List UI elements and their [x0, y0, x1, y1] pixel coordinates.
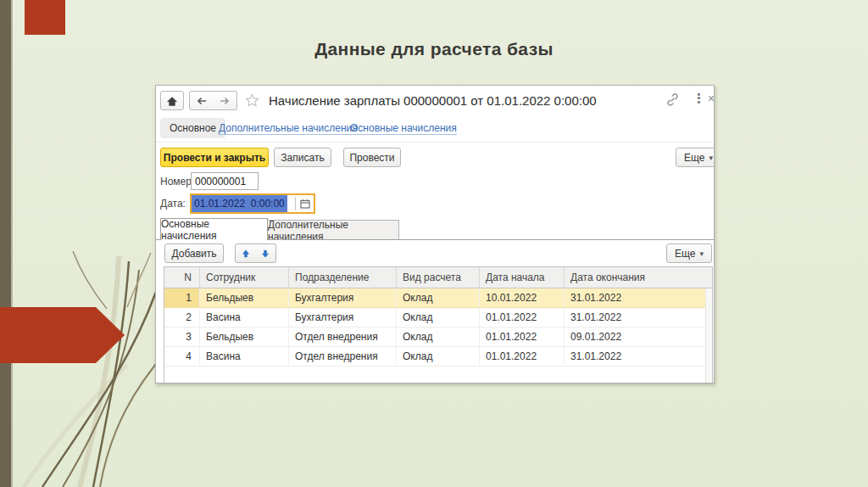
more-menu-icon[interactable]: ⋮: [693, 91, 705, 106]
home-button[interactable]: [160, 91, 184, 110]
forward-button[interactable]: [213, 91, 237, 110]
table-header: N Сотрудник Подразделение Вид расчета Да…: [164, 267, 712, 288]
home-icon: [165, 95, 179, 107]
table-cell: 3: [164, 327, 200, 346]
red-accent-rectangle: [25, 0, 65, 35]
table-row[interactable]: 2ВасинаБухгалтерияОклад01.01.202231.01.2…: [164, 308, 712, 327]
date-field[interactable]: 01.01.2022 0:00:00: [190, 193, 315, 214]
column-header-department[interactable]: Подразделение: [289, 267, 397, 288]
date-selected-text: 01.01.2022 0:00:00: [192, 195, 287, 212]
column-header-employee[interactable]: Сотрудник: [200, 267, 289, 288]
table-cell: Оклад: [397, 347, 480, 366]
table-body: 1БельдыевБухгалтерияОклад10.01.202231.01…: [164, 288, 712, 367]
post-button[interactable]: Провести: [343, 148, 401, 167]
accruals-table: N Сотрудник Подразделение Вид расчета Да…: [164, 266, 713, 383]
table-cell: Оклад: [397, 288, 480, 307]
table-cell: 4: [164, 347, 200, 366]
table-row[interactable]: 3БельдыевОтдел внедренияОклад01.01.20220…: [164, 327, 712, 347]
left-edge-highlight: [11, 0, 13, 487]
red-arrow-shape: [0, 305, 127, 365]
nav-tab-main[interactable]: Основное: [160, 118, 225, 138]
write-button[interactable]: Записать: [274, 148, 331, 167]
more-button-table[interactable]: Еще ▾: [666, 244, 712, 263]
link-icon[interactable]: [665, 92, 680, 109]
app-window: Начисление зарплаты 000000001 от 01.01.2…: [155, 85, 715, 383]
column-header-n[interactable]: N: [164, 267, 200, 288]
table-row[interactable]: 4ВасинаОтдел внедренияОклад01.01.202231.…: [164, 347, 712, 367]
table-cell: 01.01.2022: [480, 347, 565, 366]
column-header-date-end[interactable]: Дата окончания: [565, 267, 712, 288]
chevron-down-icon: ▾: [699, 249, 704, 258]
separator-line: [156, 142, 714, 143]
table-cell: 01.01.2022: [480, 308, 565, 327]
table-cell: Бухгалтерия: [289, 308, 397, 327]
arrow-up-icon: [241, 249, 251, 259]
calendar-icon: [300, 199, 310, 209]
table-row[interactable]: 1БельдыевБухгалтерияОклад10.01.202231.01…: [164, 288, 712, 308]
left-edge-bar: [0, 0, 11, 487]
table-cell: Отдел внедрения: [289, 327, 397, 346]
table-cell: Бельдыев: [200, 288, 289, 307]
calendar-button[interactable]: [296, 195, 314, 212]
arrow-down-icon: [260, 249, 270, 259]
table-cell: Васина: [200, 308, 289, 327]
move-up-button[interactable]: [235, 244, 256, 263]
table-cell: Оклад: [397, 308, 480, 327]
table-cell: 1: [164, 288, 200, 307]
table-cell: Отдел внедрения: [289, 347, 397, 366]
table-scrollbar[interactable]: [705, 288, 712, 383]
table-cell: 01.01.2022: [480, 327, 565, 346]
nav-link-additional-accruals[interactable]: Дополнительные начисления: [219, 122, 358, 135]
post-and-close-button[interactable]: Провести и закрыть: [160, 148, 269, 167]
more-button-top[interactable]: Еще ▾: [676, 148, 715, 167]
back-button[interactable]: [189, 91, 214, 110]
table-cell: 31.01.2022: [565, 347, 712, 366]
move-down-button[interactable]: [255, 244, 276, 263]
table-cell: Бухгалтерия: [289, 288, 397, 307]
number-field[interactable]: 000000001: [191, 172, 259, 190]
nav-tabs-row: Основное Дополнительные начисления Основ…: [156, 116, 714, 140]
date-label: Дата:: [160, 198, 186, 210]
close-icon[interactable]: ×: [708, 92, 715, 105]
window-title: Начисление зарплаты 000000001 от 01.01.2…: [269, 93, 597, 108]
table-cell: 2: [164, 308, 200, 327]
table-cell: Васина: [200, 347, 289, 366]
table-cell: 10.01.2022: [480, 288, 565, 307]
table-cell: 09.01.2022: [565, 327, 712, 346]
favorite-star-icon[interactable]: [245, 93, 259, 109]
chevron-down-icon: ▾: [709, 154, 713, 162]
tab-primary-accruals[interactable]: Основные начисления: [160, 218, 268, 240]
back-arrow-icon: [196, 96, 208, 106]
column-header-calc-type[interactable]: Вид расчета: [397, 267, 480, 288]
slide-title: Данные для расчета базы: [0, 39, 868, 59]
forward-arrow-icon: [219, 96, 231, 106]
number-label: Номер:: [160, 176, 194, 188]
add-row-button[interactable]: Добавить: [164, 244, 224, 263]
table-cell: Оклад: [397, 327, 480, 346]
slide: Данные для расчета базы Начисление зарпл…: [0, 0, 868, 487]
column-header-date-start[interactable]: Дата начала: [480, 267, 565, 288]
table-cell: Бельдыев: [200, 327, 289, 346]
table-cell: 31.01.2022: [565, 288, 712, 307]
table-cell: 31.01.2022: [565, 308, 712, 327]
tab-additional-accruals[interactable]: Дополнительные начисления: [267, 220, 399, 240]
nav-link-primary-accruals[interactable]: Основные начисления: [350, 122, 457, 135]
